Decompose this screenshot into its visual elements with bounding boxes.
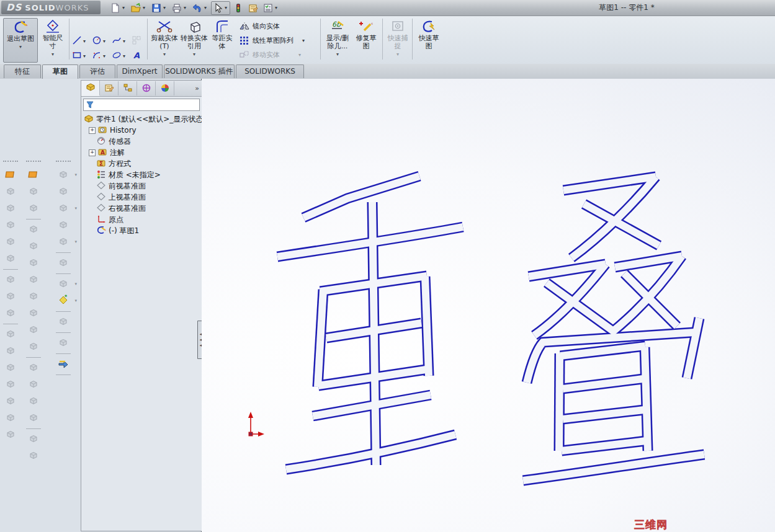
fm-tabs-overflow-chevron[interactable]: » [195, 84, 199, 92]
lofted-boss-button[interactable] [2, 234, 19, 250]
extruded-cut-button[interactable] [2, 184, 19, 200]
boundary-boss-button[interactable] [2, 250, 19, 267]
graphics-viewport[interactable] [202, 79, 775, 532]
corner-button[interactable] [25, 339, 42, 355]
rebuild-traffic-light-button[interactable] [231, 1, 245, 15]
display-delete-dropdown-icon[interactable]: ▾ [323, 50, 352, 58]
simple-hole-button[interactable] [25, 376, 42, 393]
linear-pattern-button[interactable]: 线性草图阵列 ▾ [239, 35, 307, 45]
no-bends-button[interactable] [25, 410, 42, 427]
tree-item-item-8[interactable]: 原点 [81, 214, 202, 225]
trim-extend-button[interactable] [55, 217, 72, 234]
hem-button[interactable] [25, 272, 42, 288]
save-document-dropdown-icon[interactable]: ▾ [163, 5, 166, 11]
weldment-button[interactable]: ▾ [55, 167, 72, 184]
repair-sketch-button[interactable]: 修复草图 [352, 18, 380, 61]
sketch-spline-button[interactable]: ▾ [112, 35, 127, 47]
features-toolbar-grip[interactable] [3, 161, 18, 164]
cross-break-button[interactable] [25, 322, 42, 339]
rib-feature-button[interactable] [2, 326, 19, 343]
tree-item-part-root[interactable]: 零件1 (默认<<默认>_显示状态 [81, 113, 202, 125]
move-entities-button[interactable]: 移动实体 ▾ [239, 50, 303, 60]
tab-solidworks-插件[interactable]: SOLIDWORKS 插件 [164, 64, 235, 78]
linear-pattern-dropdown-icon[interactable]: ▾ [302, 38, 305, 43]
options-button[interactable] [246, 1, 260, 15]
flatten-route-button[interactable] [55, 356, 72, 373]
curves-tool-button[interactable] [2, 410, 19, 427]
fm-tab-dimxpertmanager[interactable] [137, 81, 156, 95]
weldments-toolbar-grip[interactable] [56, 161, 71, 164]
trim-entities-button[interactable]: 剪裁实体(T) ▾ [150, 18, 179, 61]
sketch-circle-button[interactable]: ▾ [92, 35, 107, 47]
convert-entities-dropdown-icon[interactable]: ▾ [179, 50, 209, 58]
tab-特征[interactable]: 特征 [4, 64, 41, 78]
tab-草图[interactable]: 草图 [42, 64, 78, 79]
reference-point-button[interactable]: *▾ [55, 293, 72, 309]
tree-item-item-9[interactable]: (-) 草图1 [81, 225, 202, 236]
sketch-arc-button[interactable]: ▾ [92, 50, 107, 62]
tree-filter-box[interactable] [83, 99, 200, 111]
reference-point-dropdown-icon[interactable]: ▾ [74, 298, 77, 303]
tree-item-item-0[interactable]: +History [81, 125, 202, 136]
mirror-feature-button[interactable] [2, 376, 19, 393]
undo-dropdown-icon[interactable]: ▾ [204, 5, 207, 11]
tree-item-item-1[interactable]: 传感器 [81, 136, 202, 147]
structural-member-button[interactable]: ▾ [55, 200, 72, 217]
reference-geometry-button[interactable] [2, 393, 19, 410]
select-cursor-dropdown-icon[interactable]: ▾ [225, 5, 227, 11]
sketch-ellipse-button[interactable]: ▾ [112, 50, 127, 62]
exit-sketch-dropdown-icon[interactable]: ▾ [4, 43, 37, 51]
fm-tab-featuremanager-tree[interactable] [81, 81, 100, 96]
miter-flange-button[interactable] [25, 255, 42, 272]
offset-entities-button[interactable]: 等距实体 [209, 18, 235, 61]
base-flange-button[interactable] [25, 221, 42, 238]
smart-dimension-dropdown-icon[interactable]: ▾ [38, 50, 67, 58]
sheet-metal-base-button[interactable] [25, 167, 42, 184]
fm-tab-configurationmanager[interactable] [119, 81, 137, 95]
tree-item-item-7[interactable]: 右视基准面 [81, 203, 202, 214]
select-cursor-button[interactable]: ▾ [211, 1, 230, 15]
sketch-circle-dropdown-icon[interactable]: ▾ [103, 38, 105, 44]
smart-weld-button[interactable] [55, 335, 72, 352]
instant3d-button[interactable] [2, 427, 19, 443]
sketch-text-button[interactable]: A [132, 50, 141, 62]
undo-button[interactable]: ▾ [190, 1, 210, 15]
flatten-button[interactable] [25, 431, 42, 448]
save-document-button[interactable]: ▾ [150, 1, 169, 15]
linear-pattern-feature-button[interactable] [2, 343, 19, 360]
task-list-button[interactable]: ▾ [261, 1, 280, 15]
jog-button[interactable] [25, 288, 42, 305]
tab-评估[interactable]: 评估 [79, 64, 115, 78]
tab-solidworks-mbd[interactable]: SOLIDWORKS MBD [236, 64, 304, 78]
weldment-dropdown-icon[interactable]: ▾ [74, 172, 77, 177]
expand-icon[interactable]: + [89, 127, 96, 134]
sketch-rectangle-dropdown-icon[interactable]: ▾ [83, 53, 86, 59]
fold-button[interactable] [25, 448, 42, 464]
expand-icon[interactable]: + [89, 149, 96, 156]
sketch-ellipse-dropdown-icon[interactable]: ▾ [123, 53, 125, 59]
sketch-arc-dropdown-icon[interactable]: ▾ [103, 53, 105, 59]
sketch-rectangle-button[interactable]: ▾ [72, 50, 87, 62]
exit-sketch-button[interactable]: 退出草图 ▾ [3, 18, 38, 63]
mirror-entities-button[interactable]: 镜向实体 [239, 21, 280, 31]
task-list-dropdown-icon[interactable]: ▾ [275, 5, 277, 11]
sketch-line-dropdown-icon[interactable]: ▾ [83, 38, 86, 44]
open-document-button[interactable]: ▾ [129, 1, 148, 15]
extruded-boss-button[interactable] [2, 167, 19, 184]
sketch-line-button[interactable]: ▾ [72, 35, 87, 47]
convert-entities-button[interactable]: 转换实体引用 ▾ [179, 18, 209, 61]
tree-item-item-4[interactable]: 材质 <未指定> [81, 169, 202, 180]
tab-dimxpert[interactable]: DimXpert [117, 64, 163, 78]
print-document-button[interactable]: ▾ [170, 1, 189, 15]
sketch-spline-dropdown-icon[interactable]: ▾ [123, 38, 125, 44]
revolved-boss-button[interactable] [2, 200, 19, 217]
trim-entities-dropdown-icon[interactable]: ▾ [150, 50, 179, 58]
extruded-cut-sm-button[interactable] [25, 360, 42, 376]
convert-to-sheet-button[interactable] [25, 184, 42, 200]
structural-member-dropdown-icon[interactable]: ▾ [74, 206, 77, 211]
tree-item-item-6[interactable]: 上视基准面 [81, 192, 202, 203]
swept-boss-button[interactable] [2, 217, 19, 234]
rapid-sketch-button[interactable]: 快速草图 [414, 18, 443, 61]
gusset-button[interactable] [55, 255, 72, 272]
draft-search-button[interactable] [2, 288, 19, 305]
